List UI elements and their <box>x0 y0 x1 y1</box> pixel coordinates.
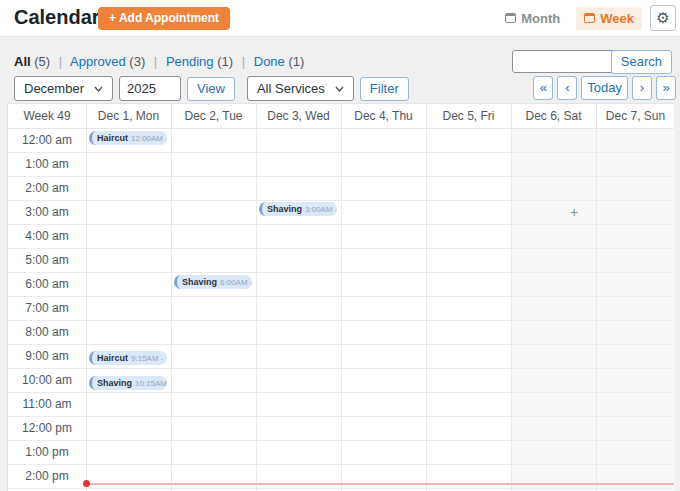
filter-count-done: (1) <box>288 54 304 69</box>
pager-today-button[interactable]: Today <box>581 76 628 100</box>
pager-first-button[interactable]: « <box>533 76 553 100</box>
chevron-down-icon <box>94 86 103 92</box>
current-time-line <box>86 483 674 485</box>
appointment-chip[interactable]: Haircut 9:15AM - <box>89 351 167 365</box>
grid-column-divider <box>426 104 427 491</box>
appointment-title: Shaving <box>267 204 302 214</box>
pager-next-button[interactable]: › <box>632 76 652 100</box>
week-view-button[interactable]: Week <box>576 7 642 30</box>
week-view-label: Week <box>600 11 634 26</box>
filter-separator: | <box>59 54 62 69</box>
time-label: 1:00 am <box>8 152 86 176</box>
search-input[interactable] <box>512 50 624 73</box>
services-select-value: All Services <box>257 81 325 96</box>
month-view-button[interactable]: Month <box>497 7 568 30</box>
time-label: 10:00 am <box>8 368 86 392</box>
day-header-tue: Dec 2, Tue <box>171 104 256 128</box>
appointment-title: Shaving <box>97 378 132 388</box>
settings-gear-button[interactable]: ⚙ <box>650 5 676 31</box>
time-label: 4:00 am <box>8 224 86 248</box>
add-appointment-cell-icon[interactable]: + <box>564 202 584 222</box>
day-header-wed: Dec 3, Wed <box>256 104 341 128</box>
weekend-shading <box>511 128 675 491</box>
day-header-sun: Dec 7, Sun <box>596 104 675 128</box>
appointment-time: 12:00AM - <box>131 134 167 143</box>
add-appointment-button[interactable]: + Add Appointment <box>98 7 230 30</box>
month-select-value: December <box>24 81 84 96</box>
filter-count-pending: (1) <box>217 54 233 69</box>
current-time-dot <box>83 480 90 487</box>
appointment-time: 3:00AM - <box>305 205 337 214</box>
time-label: 9:00 am <box>8 344 86 368</box>
filter-button[interactable]: Filter <box>360 77 409 101</box>
filter-link-all[interactable]: All <box>14 54 31 69</box>
appointment-title: Haircut <box>97 133 128 143</box>
day-header-fri: Dec 5, Fri <box>426 104 511 128</box>
pager-prev-button[interactable]: ‹ <box>557 76 577 100</box>
time-label: 2:00 pm <box>8 464 86 488</box>
appointment-time: 6:00AM - <box>220 278 252 287</box>
grid-column-divider <box>341 104 342 491</box>
week-number-header: Week 49 <box>8 104 86 128</box>
chevron-down-icon <box>335 86 344 92</box>
appointment-time: 9:15AM - <box>131 354 163 363</box>
time-label: 5:00 am <box>8 248 86 272</box>
time-label: 6:00 am <box>8 272 86 296</box>
appointment-title: Haircut <box>97 353 128 363</box>
top-header-bar: Calendar + Add Appointment Month Week ⚙ <box>0 0 680 37</box>
day-header-mon: Dec 1, Mon <box>86 104 171 128</box>
time-label: 8:00 am <box>8 320 86 344</box>
filter-count-all: (5) <box>34 54 50 69</box>
appointment-chip[interactable]: Shaving 3:00AM - <box>259 202 337 216</box>
time-label: 2:00 am <box>8 176 86 200</box>
grid-column-divider <box>256 104 257 491</box>
filter-separator: | <box>242 54 245 69</box>
page-title: Calendar <box>14 6 100 29</box>
month-calendar-icon <box>505 13 516 23</box>
time-label: 12:00 pm <box>8 416 86 440</box>
search-button[interactable]: Search <box>611 50 672 74</box>
calendar-admin-page: Calendar + Add Appointment Month Week ⚙ … <box>0 0 680 491</box>
filter-link-pending[interactable]: Pending <box>166 54 214 69</box>
appointment-chip[interactable]: Haircut 12:00AM - <box>89 131 167 145</box>
time-label: 7:00 am <box>8 296 86 320</box>
month-select[interactable]: December <box>14 76 113 101</box>
pager-last-button[interactable]: » <box>656 76 676 100</box>
appointment-chip[interactable]: Shaving 6:00AM - <box>174 275 252 289</box>
appointment-title: Shaving <box>182 277 217 287</box>
week-calendar-icon <box>584 13 595 23</box>
time-label: 12:00 am <box>8 128 86 152</box>
day-header-sat: Dec 6, Sat <box>511 104 596 128</box>
view-toggle: Month Week ⚙ <box>497 5 676 31</box>
gear-icon: ⚙ <box>656 9 669 26</box>
time-label: 11:00 am <box>8 392 86 416</box>
time-label: 1:00 pm <box>8 440 86 464</box>
week-calendar-grid: Week 49 Dec 1, Mon Dec 2, Tue Dec 3, Wed… <box>7 103 674 491</box>
filter-link-approved[interactable]: Approved <box>70 54 126 69</box>
filter-link-done[interactable]: Done <box>254 54 285 69</box>
date-filter-toolbar: December View All Services Filter <box>14 76 409 101</box>
year-input[interactable] <box>119 76 181 101</box>
appointment-chip[interactable]: Shaving 10:15AM - <box>89 376 167 390</box>
appointment-time: 10:15AM - <box>135 379 167 388</box>
month-view-label: Month <box>521 11 560 26</box>
day-header-thu: Dec 4, Thu <box>341 104 426 128</box>
services-select[interactable]: All Services <box>247 76 354 101</box>
filter-separator: | <box>154 54 157 69</box>
filter-count-approved: (3) <box>129 54 145 69</box>
status-filter-row: All (5) | Approved (3) | Pending (1) | D… <box>14 54 304 69</box>
view-button[interactable]: View <box>187 77 235 101</box>
grid-column-divider <box>86 104 87 491</box>
time-label: 3:00 am <box>8 200 86 224</box>
week-pager: « ‹ Today › » <box>533 76 676 100</box>
grid-column-divider <box>596 104 597 491</box>
grid-column-divider <box>511 104 512 491</box>
grid-column-divider <box>171 104 172 491</box>
